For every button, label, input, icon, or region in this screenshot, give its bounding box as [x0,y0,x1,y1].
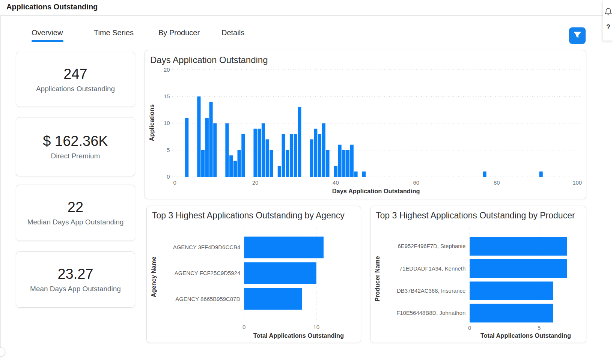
x-tick-label: 100 [572,179,582,186]
producer-chart-card: Top 3 Highest Applications Outstanding b… [370,206,586,343]
kpi-label: Median Days App Outstanding [27,218,124,226]
histogram-bar[interactable] [233,161,237,177]
help-rail: ? [603,0,613,41]
kpi-value: 23.27 [57,266,93,282]
kpi-value: $ 162.36K [43,133,108,149]
histogram-bar[interactable] [262,123,265,177]
histogram-bar[interactable] [346,150,349,177]
category-bar[interactable] [470,259,567,278]
x-tick-label: 80 [494,179,500,186]
category-label: 6E952F496F7D, Stephanie [398,243,466,249]
axis-title: Total Applications Outstanding [480,332,571,339]
histogram-bar[interactable] [318,134,321,177]
y-tick-label: 5 [167,147,170,153]
agency-bar-chart: 010AGENCY 3FF4D9D6CCB4AGENCY FCF25C9D592… [147,206,361,343]
drawer-handle-button[interactable] [0,347,5,356]
x-tick-label: 20 [252,179,259,186]
histogram-bar[interactable] [213,123,217,177]
histogram-bar[interactable] [326,150,329,177]
histogram-bar[interactable] [205,118,209,177]
histogram-bar[interactable] [294,134,297,177]
kpi-card-direct-premium: $ 162.36K Direct Premium [16,117,135,176]
histogram-bar[interactable] [322,123,325,177]
category-label: 71EDDADF1A94, Kenneth [399,266,466,272]
histogram-bar[interactable] [197,96,200,177]
histogram-bar[interactable] [362,171,366,177]
histogram-bar[interactable] [241,134,245,177]
tab-time-series[interactable]: Time Series [94,29,134,37]
histogram-bar[interactable] [298,107,301,177]
histogram-bar[interactable] [266,139,269,177]
category-label: F10E56448B8D, Johnathon [396,310,465,316]
notifications-bell-icon[interactable] [605,8,612,16]
category-bar[interactable] [244,237,324,259]
agency-chart-card: Top 3 Highest Applications Outstanding b… [146,206,361,343]
kpi-card-applications-outstanding: 247 Applications Outstanding [16,52,135,107]
histogram-bar[interactable] [270,150,273,177]
category-label: AGENCY FCF25C9D5924 [175,270,240,276]
x-tick-label: 0 [468,325,471,331]
header-divider [0,15,603,16]
histogram-card: Days Application Outstanding 05101520020… [145,50,586,199]
category-label: DB37B42AC368, Insurance [397,288,465,294]
histogram-bar[interactable] [225,123,229,177]
histogram-bar[interactable] [209,102,212,177]
category-bar[interactable] [244,288,302,310]
category-label: AGENCY 3FF4D9D6CCB4 [173,244,241,250]
histogram-bar[interactable] [290,134,293,177]
histogram-bar[interactable] [342,150,345,177]
histogram-chart: 05101520020406080100Days Application Out… [145,50,586,199]
histogram-bar[interactable] [310,139,313,177]
tab-label: Details [221,29,244,37]
page-title: Applications Outstanding [6,3,98,11]
category-bar[interactable] [470,281,553,300]
kpi-label: Mean Days App Outstanding [30,285,121,293]
histogram-bar[interactable] [539,171,543,177]
panel-left-border [0,16,1,348]
tab-by-producer[interactable]: By Producer [158,29,200,37]
tab-details[interactable]: Details [221,29,244,37]
producer-bar-chart: 056E952F496F7D, Stephanie71EDDADF1A94, K… [371,206,586,343]
category-bar[interactable] [470,304,553,323]
help-icon[interactable]: ? [603,23,613,31]
histogram-bar[interactable] [282,134,285,177]
histogram-bar[interactable] [201,150,205,177]
axis-title: Producer Name [374,256,381,301]
axis-title: Agency Name [150,257,157,297]
histogram-bar[interactable] [350,145,354,177]
histogram-bar[interactable] [258,129,261,177]
filter-funnel-icon [573,31,581,40]
category-bar[interactable] [244,262,316,284]
axis-title: Days Application Outstanding [332,188,420,194]
tab-label: By Producer [158,29,200,37]
histogram-bar[interactable] [286,150,289,177]
category-label: AGENCY 8665B959C87D [175,296,240,302]
kpi-label: Direct Premium [51,152,100,160]
histogram-bar[interactable] [253,129,257,177]
histogram-bar[interactable] [334,166,337,177]
x-tick-label: 0 [242,324,246,330]
kpi-label: Applications Outstanding [36,85,115,93]
filter-button[interactable] [569,27,586,44]
histogram-bar[interactable] [229,155,233,177]
y-tick-label: 10 [164,120,170,126]
histogram-bar[interactable] [354,171,357,177]
y-tick-label: 15 [164,93,170,99]
app-header: Applications Outstanding [0,0,613,15]
histogram-bar[interactable] [338,145,342,177]
x-tick-label: 10 [313,324,319,330]
tab-overview[interactable]: Overview [32,29,63,37]
histogram-bar[interactable] [185,118,188,177]
x-tick-label: 60 [413,179,420,186]
histogram-bar[interactable] [278,166,281,177]
kpi-value: 247 [63,66,87,82]
tab-label: Overview [32,29,63,37]
y-tick-label: 0 [167,173,170,180]
x-tick-label: 0 [173,179,176,186]
x-tick-label: 5 [538,325,541,331]
kpi-value: 22 [68,199,83,215]
histogram-bar[interactable] [483,171,486,177]
category-bar[interactable] [470,237,567,256]
histogram-bar[interactable] [238,150,241,177]
histogram-bar[interactable] [314,129,317,177]
